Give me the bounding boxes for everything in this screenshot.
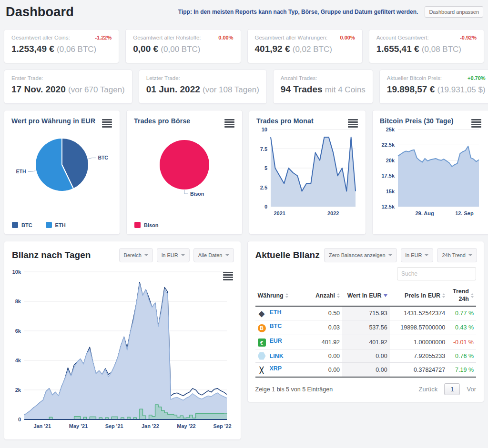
chart-title: Wert pro Währung in EUR	[11, 117, 112, 125]
search-input[interactable]	[397, 267, 476, 280]
svg-text:29. Aug: 29. Aug	[415, 210, 434, 216]
value-cell: 0.00	[342, 363, 390, 378]
chart-card-wert-pro-waehrung: Wert pro Währung in EUR BTCETH BTC ETH	[4, 110, 120, 235]
btc-icon: B	[258, 324, 266, 332]
trend-cell: 0.76 %	[447, 349, 476, 363]
sort-icon	[442, 293, 445, 298]
table-info: Zeige 1 bis 5 von 5 Einträgen	[255, 386, 333, 393]
legend-label: ETH	[55, 222, 66, 228]
pagination: Zurück 1 Vor	[419, 383, 476, 395]
svg-text:10: 10	[262, 127, 267, 132]
stat-value: 1.253,49 €	[11, 44, 54, 54]
chart-menu-icon[interactable]	[348, 119, 358, 129]
trend-badge: -1.22%	[95, 35, 112, 40]
svg-text:7.5: 7.5	[260, 146, 267, 152]
sort-icon	[337, 293, 340, 298]
chart-title: Bitcoin Preis (30 Tage)	[380, 117, 482, 125]
balance-chart-panel: Bilanz nach Tagen Bereich in EUR Alle Da…	[4, 241, 241, 440]
svg-text:2.5: 2.5	[260, 185, 267, 190]
column-header-wert[interactable]: Wert in EUR	[342, 285, 390, 306]
column-header-preis[interactable]: Preis in EUR	[390, 285, 448, 306]
stat-value: 1.655,41 €	[376, 44, 419, 54]
legend-item[interactable]: ETH	[46, 222, 66, 228]
trend-badge: 0.00%	[218, 35, 233, 40]
eur-icon: €	[258, 338, 266, 347]
currency-dropdown[interactable]: in EUR	[401, 248, 434, 262]
table-row: ◆ETH 0.50 715.93 1431.52542374 0.77 %	[255, 306, 477, 320]
stat-label: Aktueller Bitcoin Preis:	[387, 75, 442, 81]
chart-menu-icon[interactable]	[224, 119, 234, 129]
currency-link[interactable]: EUR	[270, 338, 282, 344]
legend-swatch	[134, 222, 141, 228]
stat-row-1: Gesamtwert aller Coins:-1.22% 1.253,49 €…	[4, 29, 484, 63]
chart-menu-icon[interactable]	[223, 272, 233, 281]
svg-text:12.5k: 12.5k	[381, 204, 395, 209]
svg-text:8k: 8k	[15, 299, 21, 304]
chart-card-bitcoin-preis: Bitcoin Preis (30 Tage) 12.5k15k17.5k20k…	[372, 110, 488, 235]
trend-cell: -0.01 %	[447, 335, 476, 349]
filter-date-dropdown[interactable]: Alle Daten	[193, 248, 234, 262]
filter-bereich-dropdown[interactable]: Bereich	[119, 248, 153, 262]
stat-value: 0,00 €	[133, 44, 158, 54]
legend-item[interactable]: BTC	[12, 222, 32, 228]
column-header-waehrung[interactable]: Währung	[255, 285, 306, 306]
chart-title: Trades pro Monat	[256, 117, 358, 125]
chart-legend: BTC ETH	[12, 222, 66, 228]
svg-text:0: 0	[18, 417, 21, 422]
chart-card-trades-pro-monat: Trades pro Monat 02.557.51020212022	[249, 110, 366, 235]
table-row: LINK 0.00 0.00 7.92055233 0.76 %	[255, 349, 477, 363]
chart-menu-icon[interactable]	[471, 119, 481, 129]
currency-link[interactable]: BTC	[270, 323, 282, 329]
xrp-icon: ╳	[258, 366, 266, 374]
svg-text:4k: 4k	[15, 358, 21, 363]
stat-label: Anzahl Trades:	[281, 75, 317, 81]
eth-icon: ◆	[258, 309, 266, 318]
panel-title: Aktuelle Bilanz	[255, 250, 320, 260]
legend-item[interactable]: Bison	[134, 222, 159, 228]
amount-cell: 0.03	[306, 320, 342, 335]
svg-text:May '21: May '21	[69, 423, 88, 429]
trend-badge: -0.92%	[460, 35, 477, 40]
stat-row-2: Erster Trade: 17 Nov. 2020 (vor 670 Tage…	[4, 70, 484, 104]
prev-page-button[interactable]: Zurück	[419, 386, 438, 393]
stat-subvalue: mit 4 Coins	[325, 85, 366, 94]
stat-card-account: Account Gesamtwert:-0.92% 1.655,41 € (0,…	[369, 29, 484, 63]
chart-title: Trades pro Börse	[134, 117, 235, 125]
price-cell: 0.37824727	[390, 363, 448, 378]
currency-link[interactable]: ETH	[270, 309, 282, 316]
stat-subvalue: (0,02 BTC)	[293, 45, 332, 54]
stat-card-erster-trade: Erster Trade: 17 Nov. 2020 (vor 670 Tage…	[4, 70, 132, 104]
trend-badge: +0.70%	[468, 75, 486, 81]
area-chart-balance-by-days: 02k4k6k8k10kJan '21May '21Sep '21Jan '22…	[8, 265, 232, 433]
column-header-anzahl[interactable]: Anzahl	[306, 285, 342, 306]
stat-card-coins: Gesamtwert aller Coins:-1.22% 1.253,49 €…	[4, 29, 119, 63]
filter-currency-dropdown[interactable]: in EUR	[157, 248, 190, 262]
chevron-down-icon	[468, 254, 472, 256]
bottom-section: Bilanz nach Tagen Bereich in EUR Alle Da…	[4, 241, 484, 440]
svg-text:17.5k: 17.5k	[381, 173, 395, 179]
currency-link[interactable]: LINK	[270, 353, 284, 359]
currency-link[interactable]: XRP	[270, 365, 282, 372]
page-number-button[interactable]: 1	[444, 383, 460, 395]
stat-label: Account Gesamtwert:	[376, 35, 429, 40]
customize-dashboard-button[interactable]: Dashboard anpassen	[425, 6, 483, 18]
svg-text:Sep '21: Sep '21	[105, 423, 123, 429]
zero-balances-dropdown[interactable]: Zero Balances anzeigen	[324, 248, 397, 262]
stat-label: Letzter Trade:	[146, 75, 180, 81]
column-header-trend[interactable]: Trend 24h	[447, 285, 476, 306]
stat-label: Erster Trade:	[11, 75, 43, 81]
stat-card-waehrungen: Gesamtwert aller Währungen:0.00% 401,92 …	[247, 29, 363, 63]
chevron-down-icon	[225, 254, 229, 256]
stat-label: Gesamtwert aller Coins:	[11, 35, 70, 40]
value-cell: 715.93	[342, 306, 390, 320]
pie-chart-exchanges: Bison	[134, 125, 235, 203]
trend-cell: 0.43 %	[447, 320, 476, 335]
trend-dropdown[interactable]: 24h Trend	[437, 248, 477, 262]
amount-cell: 401.92	[306, 335, 342, 349]
amount-cell: 0.00	[306, 363, 342, 378]
chart-menu-icon[interactable]	[102, 119, 112, 129]
svg-text:22.5k: 22.5k	[381, 142, 395, 148]
next-page-button[interactable]: Vor	[467, 386, 476, 393]
stat-card-anzahl-trades: Anzahl Trades: 94 Trades mit 4 Coins	[273, 70, 373, 104]
pie-chart-currencies: BTCETH	[11, 125, 112, 203]
